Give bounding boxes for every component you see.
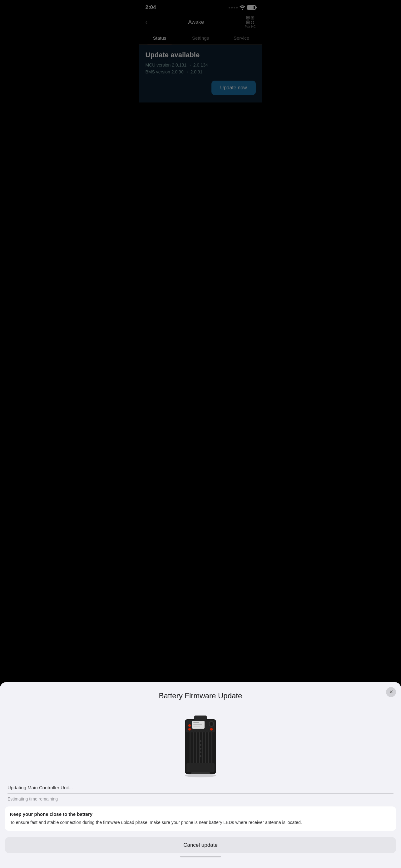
modal-overlay: ✕ Battery Firmware Update — [139, 0, 262, 266]
